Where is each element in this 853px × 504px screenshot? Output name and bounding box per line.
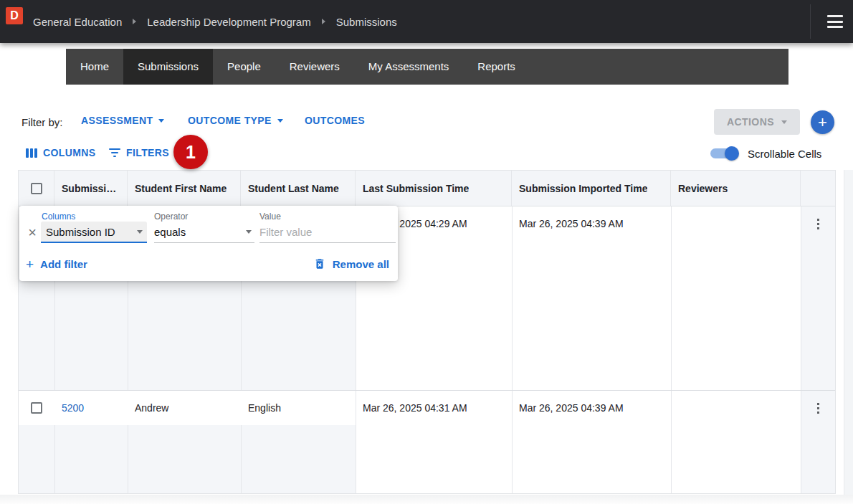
row-actions-kebab-icon[interactable] (801, 391, 835, 425)
row-actions-kebab-icon[interactable] (801, 206, 835, 241)
select-all-checkbox[interactable] (31, 183, 42, 194)
tab-people[interactable]: People (213, 49, 275, 85)
top-navbar: D General Education Leadership Developme… (0, 0, 853, 43)
tab-submissions[interactable]: Submissions (123, 49, 213, 85)
student-last-name-cell: English (241, 391, 356, 425)
remove-filter-x-icon[interactable]: × (24, 222, 41, 243)
delete-forever-icon (313, 257, 326, 270)
app-logo[interactable]: D (6, 7, 23, 24)
toggle-knob (725, 146, 739, 161)
filter-list-icon (109, 148, 120, 157)
chevron-right-icon (322, 19, 325, 24)
add-button[interactable]: + (811, 110, 834, 134)
header-student-last-name[interactable]: Student Last Name (241, 171, 356, 206)
table-header-row: Submission ID Student First Name Student… (19, 171, 835, 206)
row-checkbox-cell (19, 391, 54, 425)
page-bottom-fade (0, 495, 853, 504)
filters-button[interactable]: FILTERS (109, 147, 169, 158)
table-row: 5200 Andrew English Mar 26, 2025 04:31 A… (19, 391, 835, 493)
actions-dropdown-button[interactable]: ACTIONS (714, 109, 800, 135)
logo-letter: D (10, 9, 19, 22)
vertical-scrollbar[interactable] (844, 170, 853, 504)
row-checkbox[interactable] (31, 402, 42, 414)
value-field-label: Value (259, 211, 281, 222)
student-first-name-cell: Andrew (128, 391, 241, 425)
assessment-filter-dropdown[interactable]: ASSESSMENT (81, 115, 164, 126)
chevron-down-icon (277, 119, 283, 123)
header-submission-id[interactable]: Submission ID (54, 171, 128, 206)
chevron-down-icon (246, 230, 252, 234)
header-actions-cell (801, 171, 835, 206)
columns-field-label: Columns (42, 211, 75, 222)
filter-panel-popup: × Columns Operator Value Submission ID e… (19, 206, 398, 281)
chevron-right-icon (133, 19, 136, 24)
hamburger-menu-icon[interactable] (827, 15, 843, 28)
reviewers-cell (671, 391, 801, 425)
tab-my-assessments[interactable]: My Assessments (354, 49, 464, 85)
breadcrumb-item-program[interactable]: Leadership Development Program (147, 16, 310, 28)
column-select[interactable]: Submission ID (41, 222, 147, 243)
submission-imported-time-cell: Mar 26, 2025 04:39 AM (512, 206, 671, 241)
submission-id-link[interactable]: 5200 (62, 402, 84, 414)
operator-select[interactable]: equals (154, 222, 254, 243)
header-last-submission-time[interactable]: Last Submission Time (356, 171, 512, 206)
columns-icon (26, 148, 37, 158)
header-checkbox-cell (19, 171, 54, 206)
add-filter-button[interactable]: + Add filter (26, 253, 87, 275)
remove-all-button[interactable]: Remove all (313, 253, 389, 275)
outcomes-filter-button[interactable]: OUTCOMES (305, 115, 365, 126)
scrollable-cells-toggle[interactable] (710, 148, 738, 158)
reviewers-cell (671, 206, 801, 241)
step-annotation-badge: 1 (173, 135, 208, 169)
header-submission-imported-time[interactable]: Submission Imported Time (512, 171, 671, 206)
breadcrumb: General Education Leadership Development… (33, 0, 397, 43)
filter-value-input[interactable] (259, 222, 396, 243)
app-screen: D General Education Leadership Developme… (0, 0, 853, 504)
submission-id-cell: 5200 (54, 391, 128, 425)
scrollable-cells-label: Scrollable Cells (748, 148, 821, 160)
tab-home[interactable]: Home (66, 49, 123, 85)
breadcrumb-item-submissions[interactable]: Submissions (336, 16, 397, 28)
breadcrumb-item-course[interactable]: General Education (33, 16, 122, 28)
columns-button[interactable]: COLUMNS (26, 147, 96, 158)
tab-reports[interactable]: Reports (463, 49, 530, 85)
chevron-down-icon (781, 120, 787, 124)
chevron-down-icon (137, 230, 143, 234)
submission-imported-time-cell: Mar 26, 2025 04:39 AM (512, 391, 671, 425)
outcome-type-filter-dropdown[interactable]: OUTCOME TYPE (188, 115, 283, 126)
filter-by-label: Filter by: (22, 116, 63, 128)
last-submission-time-cell: Mar 26, 2025 04:31 AM (356, 391, 512, 425)
tab-reviewers[interactable]: Reviewers (275, 49, 354, 85)
operator-field-label: Operator (154, 211, 188, 222)
plus-icon: + (26, 257, 34, 271)
chevron-down-icon (158, 119, 164, 123)
header-student-first-name[interactable]: Student First Name (128, 171, 241, 206)
tab-bar: Home Submissions People Reviewers My Ass… (66, 49, 788, 85)
header-reviewers[interactable]: Reviewers (671, 171, 801, 206)
topbar-divider (810, 4, 811, 39)
